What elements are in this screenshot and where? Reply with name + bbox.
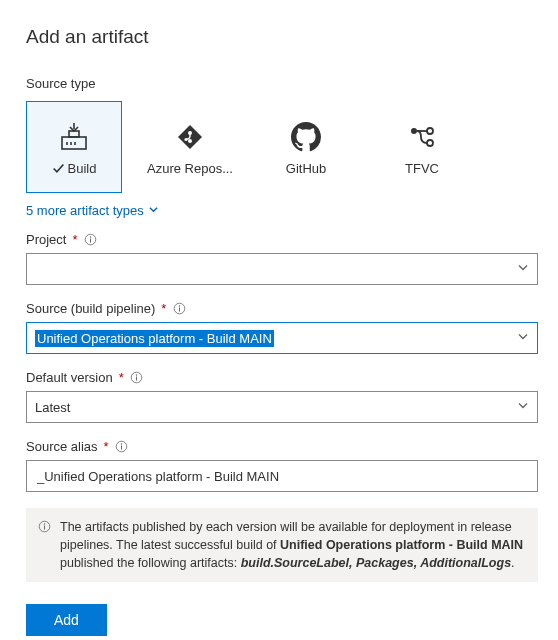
source-type-cards: Build Azure Repos... GitHub xyxy=(26,101,538,193)
source-alias-input-wrapper xyxy=(26,460,538,492)
page-title: Add an artifact xyxy=(26,26,538,48)
info-icon xyxy=(38,520,52,572)
svg-rect-25 xyxy=(121,446,122,450)
info-icon[interactable] xyxy=(115,440,129,454)
source-card-label: TFVC xyxy=(405,161,439,176)
field-source-pipeline: Source (build pipeline) * Unified Operat… xyxy=(26,301,538,354)
more-artifact-types-link[interactable]: 5 more artifact types xyxy=(26,203,159,218)
svg-point-11 xyxy=(427,128,433,134)
svg-point-27 xyxy=(44,523,45,524)
chevron-down-icon xyxy=(517,400,529,415)
svg-rect-28 xyxy=(44,526,45,530)
field-label-text: Source alias xyxy=(26,439,98,454)
more-link-text: 5 more artifact types xyxy=(26,203,144,218)
field-project: Project * xyxy=(26,232,538,285)
svg-point-10 xyxy=(411,128,417,134)
source-alias-input[interactable] xyxy=(35,461,509,491)
github-icon xyxy=(288,119,324,155)
build-icon xyxy=(56,119,92,155)
chevron-down-icon xyxy=(517,331,529,346)
svg-point-15 xyxy=(90,236,91,237)
info-icon[interactable] xyxy=(84,233,98,247)
select-value: Unified Operations platform - Build MAIN xyxy=(35,330,274,347)
required-marker: * xyxy=(104,439,109,454)
required-marker: * xyxy=(161,301,166,316)
svg-point-9 xyxy=(184,137,187,140)
info-icon[interactable] xyxy=(172,302,186,316)
info-icon[interactable] xyxy=(130,371,144,385)
svg-point-24 xyxy=(121,443,122,444)
source-pipeline-select[interactable]: Unified Operations platform - Build MAIN xyxy=(26,322,538,354)
source-card-label: Azure Repos... xyxy=(147,161,233,176)
field-default-version: Default version * Latest xyxy=(26,370,538,423)
svg-rect-16 xyxy=(90,239,91,243)
check-icon xyxy=(52,162,65,175)
project-select[interactable] xyxy=(26,253,538,285)
svg-point-12 xyxy=(427,140,433,146)
svg-rect-19 xyxy=(179,308,180,312)
source-card-github[interactable]: GitHub xyxy=(258,101,354,193)
field-label-text: Default version xyxy=(26,370,113,385)
chevron-down-icon xyxy=(517,262,529,277)
required-marker: * xyxy=(72,232,77,247)
svg-point-8 xyxy=(188,139,192,143)
svg-point-18 xyxy=(179,305,180,306)
required-marker: * xyxy=(119,370,124,385)
svg-rect-0 xyxy=(62,137,86,149)
tfvc-icon xyxy=(404,119,440,155)
source-card-label: Build xyxy=(68,161,97,176)
source-card-tfvc[interactable]: TFVC xyxy=(374,101,470,193)
azure-repos-icon xyxy=(172,119,208,155)
default-version-select[interactable]: Latest xyxy=(26,391,538,423)
add-button[interactable]: Add xyxy=(26,604,107,636)
source-card-build[interactable]: Build xyxy=(26,101,122,193)
info-text: The artifacts published by each version … xyxy=(60,518,526,572)
svg-rect-22 xyxy=(136,377,137,381)
field-label-text: Source (build pipeline) xyxy=(26,301,155,316)
field-label-text: Project xyxy=(26,232,66,247)
field-source-alias: Source alias * xyxy=(26,439,538,492)
source-card-label: GitHub xyxy=(286,161,326,176)
source-card-azure-repos[interactable]: Azure Repos... xyxy=(142,101,238,193)
svg-point-21 xyxy=(136,374,137,375)
info-message: The artifacts published by each version … xyxy=(26,508,538,582)
chevron-down-icon xyxy=(148,203,159,218)
source-type-label: Source type xyxy=(26,76,538,91)
select-value: Latest xyxy=(35,400,70,415)
